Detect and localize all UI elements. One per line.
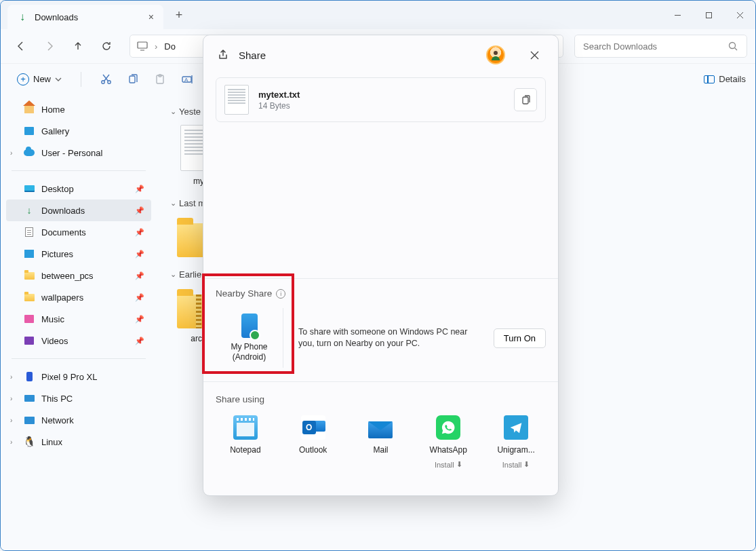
- linux-icon: 🐧: [24, 436, 35, 447]
- share-app-whatsapp[interactable]: WhatsApp Install ⬇: [418, 415, 478, 469]
- plus-icon: +: [17, 73, 29, 86]
- download-icon: ⬇: [523, 460, 530, 469]
- svg-point-18: [494, 51, 498, 55]
- pin-icon: 📌: [135, 185, 144, 193]
- chevron-right-icon[interactable]: ›: [10, 438, 12, 446]
- sidebar-item-documents[interactable]: Documents📌: [6, 221, 151, 243]
- svg-rect-12: [130, 76, 135, 83]
- folder-icon: [24, 272, 35, 280]
- back-button[interactable]: [9, 34, 33, 58]
- sidebar: Home Gallery ›User - Personal Desktop📌 ↓…: [1, 94, 157, 550]
- download-icon: ↓: [17, 12, 28, 22]
- new-button-label: New: [33, 74, 51, 84]
- user-avatar[interactable]: [486, 45, 505, 64]
- chevron-right-icon[interactable]: ›: [10, 395, 12, 402]
- sidebar-item-thispc[interactable]: ›This PC: [6, 387, 151, 409]
- pc-icon: [24, 395, 35, 402]
- search-box[interactable]: [574, 35, 747, 58]
- turn-on-button[interactable]: Turn On: [494, 328, 546, 348]
- sidebar-item-videos[interactable]: Videos📌: [6, 330, 151, 352]
- rename-button[interactable]: A: [175, 67, 199, 92]
- chevron-down-icon: [55, 76, 62, 83]
- title-bar: ↓ Downloads × +: [1, 1, 755, 29]
- maximize-button[interactable]: [693, 1, 724, 29]
- info-icon[interactable]: i: [276, 289, 285, 299]
- sidebar-item-network[interactable]: ›Network: [6, 409, 151, 431]
- svg-line-10: [104, 75, 109, 81]
- cloud-icon: [24, 149, 35, 156]
- svg-line-7: [735, 48, 738, 50]
- pin-icon: 📌: [135, 315, 144, 324]
- divider: [12, 170, 146, 171]
- tab-close-button[interactable]: ×: [148, 12, 154, 22]
- outlook-icon: O: [301, 415, 325, 440]
- mail-icon: [368, 415, 393, 440]
- window-controls: [662, 1, 755, 29]
- new-tab-button[interactable]: +: [167, 3, 191, 26]
- sidebar-item-pixel[interactable]: ›Pixel 9 Pro XL: [6, 366, 151, 387]
- pin-icon: 📌: [135, 271, 144, 280]
- forward-button[interactable]: [37, 34, 62, 58]
- share-close-button[interactable]: [524, 45, 544, 65]
- chevron-right-icon[interactable]: ›: [10, 417, 12, 424]
- search-input[interactable]: [583, 41, 728, 52]
- nearby-message: To share with someone on Windows PC near…: [298, 326, 479, 350]
- details-label: Details: [719, 74, 746, 84]
- share-app-unigram[interactable]: Unigram... Install ⬇: [486, 415, 546, 469]
- new-button[interactable]: + New: [10, 71, 68, 88]
- document-icon: [25, 227, 33, 237]
- paste-button[interactable]: [148, 67, 172, 92]
- tab-downloads[interactable]: ↓ Downloads ×: [7, 5, 163, 29]
- pin-icon: 📌: [135, 228, 144, 237]
- device-my-phone[interactable]: My Phone(Android): [216, 308, 283, 368]
- svg-rect-1: [706, 12, 711, 18]
- sidebar-item-between-pcs[interactable]: between_pcs📌: [6, 265, 151, 286]
- whatsapp-icon: [436, 415, 460, 440]
- svg-text:A: A: [184, 77, 188, 83]
- music-icon: [24, 315, 34, 323]
- share-title: Share: [239, 50, 266, 61]
- share-header: Share: [203, 35, 558, 75]
- chevron-right-icon[interactable]: ›: [10, 373, 12, 381]
- up-button[interactable]: [66, 34, 90, 58]
- tab-title: Downloads: [35, 12, 142, 22]
- minimize-button[interactable]: [662, 1, 693, 29]
- sidebar-item-user[interactable]: ›User - Personal: [6, 142, 151, 164]
- pin-icon: 📌: [135, 206, 144, 215]
- sidebar-item-linux[interactable]: ›🐧Linux: [6, 431, 151, 453]
- download-icon: ⬇: [456, 460, 462, 469]
- sidebar-item-home[interactable]: Home: [6, 98, 151, 120]
- share-using-title: Share using: [216, 394, 546, 404]
- file-name: mytext.txt: [258, 90, 300, 100]
- copy-button[interactable]: [514, 88, 537, 111]
- close-button[interactable]: [724, 1, 755, 29]
- chevron-right-icon[interactable]: ›: [10, 149, 12, 157]
- gallery-icon: [24, 127, 34, 135]
- cut-button[interactable]: [94, 67, 118, 92]
- sidebar-item-desktop[interactable]: Desktop📌: [6, 178, 151, 200]
- home-icon: [24, 105, 34, 113]
- refresh-button[interactable]: [94, 34, 119, 58]
- nearby-share-title: Nearby Share i: [216, 288, 546, 299]
- sidebar-item-downloads[interactable]: ↓Downloads📌: [6, 200, 151, 221]
- sidebar-item-wallpapers[interactable]: wallpapers📌: [6, 286, 151, 308]
- sidebar-item-gallery[interactable]: Gallery: [6, 120, 151, 142]
- nearby-share-section: Nearby Share i My Phone(Android) To shar…: [203, 278, 558, 381]
- file-size: 14 Bytes: [258, 101, 300, 111]
- share-app-notepad[interactable]: Notepad: [216, 415, 275, 469]
- svg-line-11: [103, 75, 108, 81]
- breadcrumb-item[interactable]: Do: [164, 41, 176, 52]
- copy-button[interactable]: [121, 67, 145, 92]
- share-app-outlook[interactable]: O Outlook: [283, 415, 343, 469]
- details-button[interactable]: Details: [704, 74, 746, 84]
- sidebar-item-music[interactable]: Music📌: [6, 308, 151, 330]
- divider: [12, 358, 146, 359]
- breadcrumb-separator: ›: [155, 41, 157, 52]
- share-app-mail[interactable]: Mail: [351, 415, 411, 469]
- video-icon: [24, 337, 34, 345]
- svg-point-6: [730, 42, 736, 48]
- svg-rect-4: [138, 42, 147, 48]
- pin-icon: 📌: [135, 250, 144, 259]
- share-using-section: Share using Notepad O Outlook Mail Whats…: [203, 381, 558, 481]
- sidebar-item-pictures[interactable]: Pictures📌: [6, 243, 151, 265]
